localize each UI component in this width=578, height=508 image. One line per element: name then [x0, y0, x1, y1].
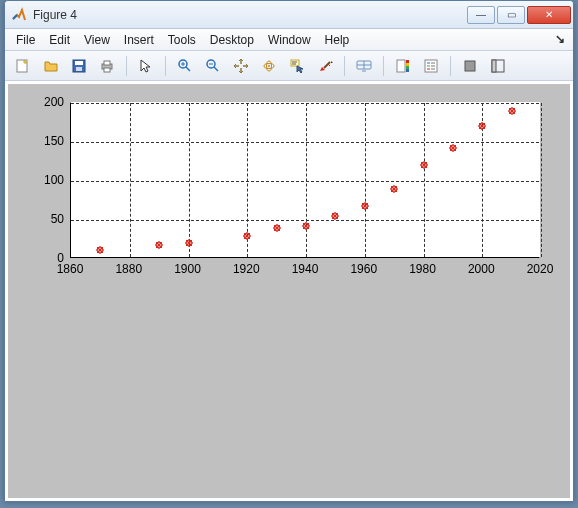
pointer-icon[interactable] [134, 55, 158, 77]
menubar: FileEditViewInsertToolsDesktopWindowHelp… [5, 29, 573, 51]
svg-rect-28 [406, 66, 409, 69]
gridline-v [189, 103, 190, 257]
gridline-v [424, 103, 425, 257]
matlab-icon [11, 7, 27, 23]
ytick-label: 200 [34, 95, 64, 109]
data-point [302, 222, 311, 231]
xtick-label: 1860 [57, 262, 84, 276]
gridline-h [71, 103, 539, 104]
menu-insert[interactable]: Insert [117, 31, 161, 49]
svg-point-16 [268, 65, 270, 67]
open-icon[interactable] [39, 55, 63, 77]
hide-tools-icon[interactable] [458, 55, 482, 77]
ytick-label: 150 [34, 134, 64, 148]
data-point [360, 201, 369, 210]
minimize-button[interactable]: — [467, 6, 495, 24]
data-point [155, 240, 164, 249]
svg-rect-25 [397, 60, 405, 72]
rotate3d-icon[interactable] [257, 55, 281, 77]
toolbar-separator [450, 56, 451, 76]
datacursor-icon[interactable] [285, 55, 309, 77]
colorbar-icon[interactable] [391, 55, 415, 77]
svg-rect-2 [75, 61, 83, 65]
menu-desktop[interactable]: Desktop [203, 31, 261, 49]
gridline-v [365, 103, 366, 257]
xtick-label: 2000 [468, 262, 495, 276]
toolbar-separator [383, 56, 384, 76]
xtick-label: 1900 [174, 262, 201, 276]
window-controls: — ▭ ✕ [465, 6, 571, 24]
xtick-label: 2020 [527, 262, 554, 276]
svg-rect-6 [104, 68, 110, 72]
svg-line-12 [214, 67, 218, 71]
data-point [184, 239, 193, 248]
gridline-h [71, 142, 539, 143]
data-point [478, 122, 487, 131]
window-title: Figure 4 [33, 8, 465, 22]
data-point [96, 245, 105, 254]
ytick-label: 100 [34, 173, 64, 187]
titlebar[interactable]: Figure 4 — ▭ ✕ [5, 1, 573, 29]
svg-rect-29 [406, 69, 409, 72]
svg-rect-27 [406, 63, 409, 66]
toolbar-separator [165, 56, 166, 76]
xtick-label: 1980 [409, 262, 436, 276]
data-point [419, 161, 428, 170]
show-tools-icon[interactable] [486, 55, 510, 77]
menu-view[interactable]: View [77, 31, 117, 49]
pan-icon[interactable] [229, 55, 253, 77]
print-icon[interactable] [95, 55, 119, 77]
data-point [243, 231, 252, 240]
menu-file[interactable]: File [9, 31, 42, 49]
figure-canvas[interactable]: 050100150200 186018801900192019401960198… [7, 83, 571, 499]
menu-help[interactable]: Help [318, 31, 357, 49]
xtick-label: 1880 [115, 262, 142, 276]
xtick-label: 1920 [233, 262, 260, 276]
svg-line-8 [186, 67, 190, 71]
data-point [390, 184, 399, 193]
data-point [448, 144, 457, 153]
maximize-button[interactable]: ▭ [497, 6, 525, 24]
link-icon[interactable] [352, 55, 376, 77]
gridline-v [306, 103, 307, 257]
data-point [507, 106, 516, 115]
plot-area [70, 102, 540, 258]
data-point [272, 223, 281, 232]
toolbar-separator [344, 56, 345, 76]
zoom-in-icon[interactable] [173, 55, 197, 77]
svg-marker-21 [331, 61, 333, 63]
legend-icon[interactable] [419, 55, 443, 77]
data-point [331, 212, 340, 221]
dock-toggle-icon[interactable]: ↘ [555, 32, 565, 46]
figure-window: Figure 4 — ▭ ✕ FileEditViewInsertToolsDe… [4, 0, 574, 502]
svg-rect-39 [492, 60, 496, 72]
svg-rect-26 [406, 60, 409, 63]
menu-edit[interactable]: Edit [42, 31, 77, 49]
close-button[interactable]: ✕ [527, 6, 571, 24]
xtick-label: 1940 [292, 262, 319, 276]
toolbar [5, 51, 573, 81]
gridline-h [71, 181, 539, 182]
save-icon[interactable] [67, 55, 91, 77]
gridline-v [541, 103, 542, 257]
menu-tools[interactable]: Tools [161, 31, 203, 49]
svg-rect-3 [76, 67, 82, 71]
brush-icon[interactable] [313, 55, 337, 77]
xtick-label: 1960 [350, 262, 377, 276]
gridline-v [130, 103, 131, 257]
svg-rect-37 [465, 61, 475, 71]
svg-rect-5 [104, 61, 110, 65]
toolbar-separator [126, 56, 127, 76]
svg-rect-17 [291, 60, 299, 66]
menu-window[interactable]: Window [261, 31, 318, 49]
new-figure-icon[interactable] [11, 55, 35, 77]
ytick-label: 50 [34, 212, 64, 226]
zoom-out-icon[interactable] [201, 55, 225, 77]
